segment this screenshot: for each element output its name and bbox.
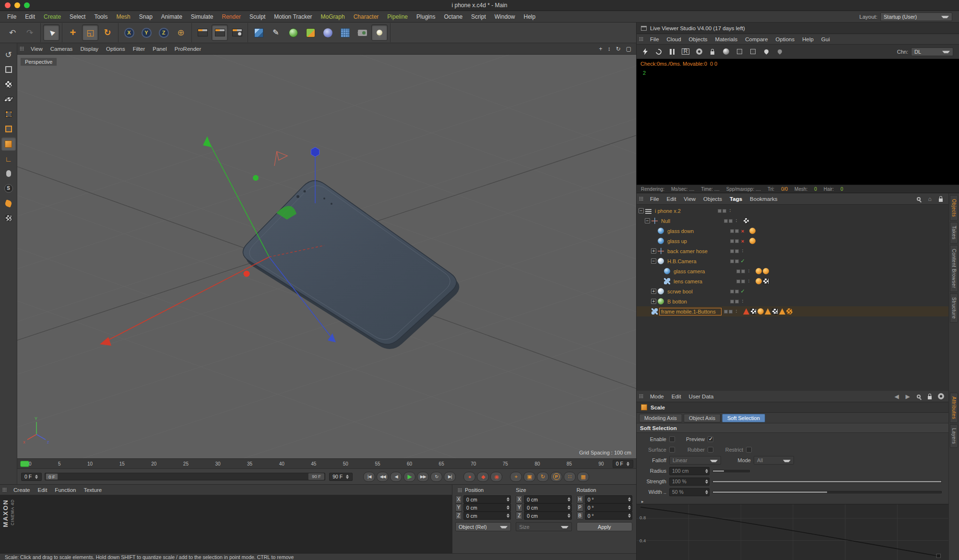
render-view-icon[interactable]	[194, 24, 211, 41]
visibility-state[interactable]	[739, 258, 746, 264]
volume-icon[interactable]	[337, 24, 353, 41]
checker-tag[interactable]	[763, 278, 769, 284]
surface-checkbox[interactable]	[669, 447, 675, 453]
menu-item[interactable]: Mesh	[112, 13, 134, 20]
stepper-icon[interactable]	[505, 504, 509, 511]
next-frame-button[interactable]: ▶▶	[417, 472, 429, 482]
object-row[interactable]: glass up	[637, 236, 948, 246]
object-axis-mode-icon[interactable]: ∟	[1, 152, 16, 165]
polygon-mode-icon[interactable]	[1, 137, 16, 151]
panel-grip-icon[interactable]	[639, 37, 643, 41]
live-viewer-menu-item[interactable]: Cloud	[663, 36, 685, 42]
object-manager-menu-item[interactable]: Edit	[663, 196, 680, 202]
start-render-icon[interactable]	[639, 47, 651, 57]
simulate-icon[interactable]	[320, 24, 336, 41]
material-tag[interactable]	[756, 268, 762, 274]
render-settings-icon[interactable]	[229, 24, 245, 41]
live-viewer-menu-item[interactable]: Objects	[685, 36, 711, 42]
stepper-icon[interactable]	[627, 496, 631, 503]
live-viewer-menu-item[interactable]: Gui	[817, 36, 834, 42]
material-tag[interactable]	[763, 268, 769, 274]
object-name[interactable]: i phone x.2	[653, 208, 715, 214]
live-viewer-titlebar[interactable]: Live Viewer Studio V4.00 (17 days left)	[637, 23, 959, 34]
stepper-icon[interactable]	[704, 489, 708, 496]
light-pin-icon[interactable]	[774, 47, 785, 57]
object-name[interactable]: B botton	[666, 298, 727, 305]
object-name[interactable]: H.B.Camera	[666, 258, 727, 265]
stepper-icon[interactable]	[34, 473, 40, 480]
stepper-icon[interactable]	[627, 504, 631, 511]
menu-item[interactable]: Plugins	[412, 13, 439, 20]
size-mode-select[interactable]: Size	[516, 522, 571, 531]
layer-toggles[interactable]	[724, 310, 733, 314]
workplane-mode-icon[interactable]	[1, 93, 16, 106]
menu-item[interactable]: Window	[490, 13, 520, 20]
triorange-tag[interactable]	[765, 308, 771, 315]
attributes-tab[interactable]: Object Axis	[684, 414, 721, 422]
points-mode-icon[interactable]	[1, 107, 16, 121]
trired-tag[interactable]	[743, 308, 749, 315]
menu-item[interactable]: Script	[467, 13, 490, 20]
lock-resolution-icon[interactable]	[707, 47, 718, 57]
falloff-curve[interactable]: 0.8 0.4	[637, 504, 948, 560]
radius-slider[interactable]	[712, 470, 750, 472]
layer-toggles[interactable]	[724, 219, 733, 223]
visibility-state[interactable]	[739, 298, 746, 304]
view-label[interactable]: Perspective	[20, 58, 57, 66]
previous-key-button[interactable]: ◀◀	[377, 472, 389, 482]
viewport-3d-scene[interactable]: Y x z	[17, 55, 636, 458]
menu-item[interactable]: File	[3, 13, 21, 20]
layer-toggles[interactable]	[718, 209, 726, 213]
loop-button[interactable]: ↻	[430, 472, 442, 482]
expander-toggle[interactable]: +	[651, 299, 656, 304]
stepper-icon[interactable]	[505, 512, 509, 519]
size-field[interactable]: 0 cm	[524, 495, 571, 503]
material-menu-item[interactable]: Function	[51, 487, 80, 493]
restrict-checkbox[interactable]	[746, 447, 752, 453]
ruler-frame-field[interactable]: 0 F	[613, 460, 633, 468]
stepper-icon[interactable]	[566, 504, 570, 511]
live-viewer-menu-item[interactable]: File	[646, 36, 663, 42]
kernel-settings-icon[interactable]	[693, 47, 705, 57]
object-name[interactable]: back camer hose	[666, 248, 727, 255]
stepper-icon[interactable]	[704, 467, 708, 475]
strength-field[interactable]: 100 %	[669, 478, 710, 486]
position-field[interactable]: 0 cm	[463, 495, 511, 503]
lock-workplane-icon[interactable]	[1, 211, 16, 225]
side-tab[interactable]: Layers	[950, 424, 958, 448]
add-cube-icon[interactable]	[250, 24, 267, 41]
object-name[interactable]: glass camera	[672, 268, 734, 275]
panel-grip-icon[interactable]	[458, 488, 462, 492]
zoom-view-icon[interactable]: ↕	[608, 46, 611, 52]
visibility-state[interactable]	[739, 288, 746, 294]
x-axis-lock-button[interactable]: X	[121, 24, 137, 41]
viewport-menu-item[interactable]: Panel	[149, 46, 170, 52]
layer-toggles[interactable]	[730, 229, 739, 233]
object-row[interactable]: glass camera	[637, 266, 948, 276]
paint-icon[interactable]	[1, 197, 16, 210]
pause-render-icon[interactable]	[666, 47, 678, 57]
region-render-icon[interactable]: R	[680, 47, 691, 57]
material-menu-item[interactable]: Texture	[80, 487, 106, 493]
object-row[interactable]: + back camer hose	[637, 246, 948, 256]
record-parameter-button[interactable]: ∷	[564, 472, 576, 482]
playhead-marker[interactable]	[20, 461, 29, 467]
expander-toggle[interactable]: −	[645, 218, 650, 223]
menu-item[interactable]: Motion Tracker	[270, 13, 316, 20]
position-field[interactable]: 0 cm	[463, 512, 511, 520]
layer-toggles[interactable]	[730, 249, 739, 253]
stepper-icon[interactable]	[566, 496, 570, 503]
size-field[interactable]: 0 cm	[524, 512, 571, 520]
layer-toggles[interactable]	[736, 269, 745, 273]
menu-item[interactable]: Tools	[90, 13, 112, 20]
layout-select[interactable]: Startup (User)	[880, 12, 952, 21]
width-slider[interactable]	[712, 491, 942, 493]
layer-toggles[interactable]	[730, 300, 739, 303]
range-end-handle[interactable]: 90 F	[308, 473, 324, 480]
material-menu-item[interactable]: Edit	[34, 487, 51, 493]
menu-item[interactable]: MoGraph	[317, 13, 349, 20]
layer-toggles[interactable]	[730, 239, 739, 243]
lock-icon[interactable]	[937, 195, 945, 203]
menu-item[interactable]: Sculpt	[245, 13, 270, 20]
side-tab[interactable]: Structure	[950, 293, 958, 323]
